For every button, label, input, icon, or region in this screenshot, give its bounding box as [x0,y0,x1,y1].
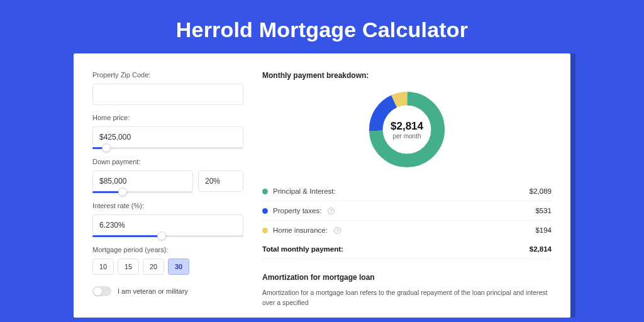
period-option-15[interactable]: 15 [118,258,139,275]
interest-block: Interest rate (%): [92,202,243,237]
slider-thumb[interactable] [118,187,127,196]
home-price-slider[interactable] [92,147,243,149]
down-payment-pct-input[interactable] [198,170,243,192]
payment-donut-chart: $2,814 per month [366,89,448,170]
slider-thumb[interactable] [102,143,111,152]
home-price-label: Home price: [92,114,243,121]
zip-input[interactable] [92,84,243,105]
veteran-label: I am veteran or military [118,287,188,295]
legend-row: Property taxes:?$531 [262,201,552,221]
legend-label: Principal & Interest: [273,187,336,195]
donut-wrap: $2,814 per month [262,89,552,170]
legend-dot [262,208,268,214]
period-option-30[interactable]: 30 [168,258,189,275]
legend-label: Property taxes: [273,207,321,214]
interest-label: Interest rate (%): [92,202,243,209]
donut-center: $2,814 per month [366,89,448,170]
donut-sub: per month [392,133,421,140]
slider-thumb[interactable] [157,231,166,240]
legend-total-row: Total monthly payment: $2,814 [262,240,552,259]
breakdown-panel: Monthly payment breakdown: $2,814 per mo… [262,71,552,318]
down-payment-slider[interactable] [92,191,193,193]
amortization-body: Amortization for a mortgage loan refers … [262,288,552,308]
legend-value: $2,089 [530,187,552,195]
veteran-toggle[interactable] [92,286,111,296]
legend-dot [262,189,268,194]
legend-row: Home insurance:?$194 [262,221,552,240]
period-option-10[interactable]: 10 [92,258,114,275]
legend-dot [262,228,268,233]
zip-label: Property Zip Code: [92,71,243,79]
info-icon[interactable]: ? [334,227,341,234]
calculator-card: Property Zip Code: Home price: Down paym… [74,53,570,318]
period-block: Mortgage period (years): 10152030 [92,246,243,275]
breakdown-title: Monthly payment breakdown: [262,71,552,80]
form-panel: Property Zip Code: Home price: Down paym… [92,71,243,318]
page-title: Herrold Mortgage Calculator [0,0,644,53]
home-price-input[interactable] [92,126,243,148]
period-option-20[interactable]: 20 [143,258,164,275]
info-icon[interactable]: ? [328,208,335,214]
amortization-title: Amortization for mortgage loan [262,273,552,282]
down-payment-block: Down payment: [92,158,243,193]
zip-field-block: Property Zip Code: [92,71,243,105]
toggle-knob [94,287,102,296]
down-payment-label: Down payment: [92,158,243,165]
legend-label: Home insurance: [273,226,328,234]
interest-slider[interactable] [92,235,243,237]
total-value: $2,814 [530,245,552,253]
period-label: Mortgage period (years): [92,246,243,253]
veteran-row: I am veteran or military [92,286,243,296]
legend-row: Principal & Interest:$2,089 [262,182,552,201]
down-payment-input[interactable] [92,170,193,192]
home-price-block: Home price: [92,114,243,149]
donut-amount: $2,814 [391,120,423,133]
legend-value: $194 [535,226,552,234]
interest-input[interactable] [92,214,243,236]
legend-value: $531 [535,207,552,214]
total-label: Total monthly payment: [262,245,343,253]
legend: Principal & Interest:$2,089Property taxe… [262,182,552,240]
